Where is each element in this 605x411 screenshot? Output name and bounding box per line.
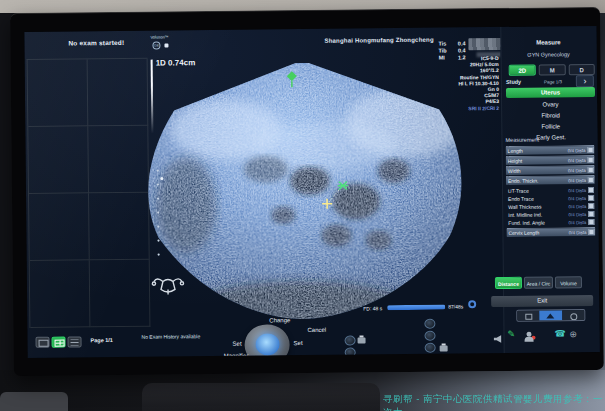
- program-button-3[interactable]: [424, 319, 435, 329]
- photo-of-ultrasound-workstation: No exam started! No Exam History availab…: [0, 0, 605, 411]
- row-label: Endo Trace: [506, 195, 568, 202]
- row-label: Width: [506, 167, 568, 174]
- circle-icon: [570, 313, 577, 320]
- row-checkbox[interactable]: [588, 203, 594, 209]
- segment-left[interactable]: [517, 311, 539, 321]
- row-label: Cervix Length: [506, 229, 568, 236]
- study-page-indicator: Page 1/3: [544, 79, 562, 84]
- study-item-fibroid[interactable]: Fibroid: [506, 110, 595, 121]
- save-disk-icon: [358, 354, 365, 358]
- study-item-ovary[interactable]: Ovary: [506, 99, 595, 110]
- trackball-center: [255, 333, 279, 355]
- row-value: 0/4 Dista: [568, 196, 586, 201]
- hospital-name: Shanghai Hongmufang Zhongcheng: [324, 37, 433, 44]
- row-checkbox[interactable]: [588, 167, 594, 173]
- row-value: 0/4 Dista: [568, 148, 586, 153]
- row-label: Wall Thickness: [506, 203, 568, 210]
- tib-label: Tib: [439, 48, 447, 55]
- trackball-hint-magnifier: Magnifier: [224, 353, 249, 358]
- row-checkbox[interactable]: [588, 219, 594, 225]
- study-item-uterus[interactable]: Uterus: [506, 87, 595, 98]
- row-value: 0/4 Dista: [568, 188, 586, 193]
- study-label: Study: [506, 79, 521, 85]
- cine-frame-counter: 87/48s: [448, 303, 463, 309]
- row-checkbox[interactable]: [588, 195, 594, 201]
- rectangle-icon: [525, 314, 532, 320]
- study-next-page-button[interactable]: ›: [576, 75, 594, 87]
- printer-icon: [358, 337, 366, 343]
- tab-2d[interactable]: 2D: [509, 65, 536, 76]
- program-button-4[interactable]: [424, 331, 435, 341]
- row-label: UT-Trace: [506, 187, 568, 194]
- panel-title: Measure: [502, 39, 594, 46]
- cine-duration-label: FD: 48 s: [363, 305, 382, 311]
- study-item-follicle[interactable]: Follicle: [506, 121, 595, 132]
- row-checkbox[interactable]: [588, 177, 594, 183]
- panel-subtitle: GYN Gynecology: [503, 51, 595, 58]
- sri-cri-setting: SRI II 2/CRI 2: [405, 105, 499, 112]
- trackball-hint-set-right: Set: [294, 340, 303, 346]
- distance-button[interactable]: Distance: [495, 277, 522, 289]
- ge-logo-icon: GE: [152, 42, 160, 50]
- cine-progress-fill: [387, 305, 445, 311]
- tab-m[interactable]: M: [539, 64, 566, 75]
- row-value: 0/4 Dista: [568, 158, 586, 163]
- printer-icon: [440, 346, 448, 352]
- row-checkbox[interactable]: [588, 211, 594, 217]
- distance-measurement-readout: 1D 0.74cm: [156, 58, 196, 67]
- row-label: Int. Midline Ind.: [506, 211, 568, 218]
- measurement-row-length[interactable]: Length0/4 Dista: [506, 145, 595, 155]
- measurement-row-height[interactable]: Height0/4 Dista: [506, 155, 595, 165]
- row-checkbox[interactable]: [588, 147, 594, 153]
- desk-object: [0, 392, 68, 411]
- program-button-1[interactable]: [345, 335, 356, 345]
- row-label: Fund. Ind. Angle: [506, 219, 568, 226]
- measurement-row-endo-thickn[interactable]: Endo. Thickn.0/4 Dista: [506, 175, 595, 185]
- row-checkbox[interactable]: [588, 187, 594, 193]
- segment-right[interactable]: [562, 310, 584, 320]
- row-value: 0/4 Dista: [569, 230, 587, 235]
- row-label: Length: [506, 147, 568, 154]
- notification-badge: [532, 336, 536, 340]
- segment-middle-active[interactable]: [540, 310, 562, 320]
- trackball-hint-cancel: Cancel: [307, 327, 326, 333]
- measurement-section-header: Measurement: [505, 137, 539, 143]
- chevron-right-icon: ›: [583, 76, 586, 86]
- tab-d[interactable]: D: [569, 64, 595, 75]
- gear-icon[interactable]: [468, 300, 476, 308]
- area-circ-button[interactable]: Area / Circ: [524, 276, 553, 288]
- program-button-5[interactable]: [425, 343, 436, 353]
- stylus-icon[interactable]: ✎: [507, 329, 515, 339]
- triangle-icon: [547, 313, 555, 318]
- patient-icon[interactable]: [524, 332, 533, 343]
- keyboard-silhouette: [142, 383, 380, 411]
- ultrasound-screen: No exam started! No Exam History availab…: [24, 26, 599, 358]
- measurement-row-width[interactable]: Width0/4 Dista: [506, 165, 595, 175]
- cine-progress-bar[interactable]: [387, 305, 445, 311]
- row-checkbox[interactable]: [588, 229, 594, 235]
- watermark-text: 寻刷帮 - 南宁中心医院供精试管婴儿费用参考：一次大: [383, 393, 605, 411]
- row-value: 0/4 Dista: [568, 212, 586, 217]
- trackball-hint-set-left: Set: [233, 341, 242, 347]
- trackball-hint-change: Change: [269, 317, 290, 323]
- censored-patient-info: [468, 38, 502, 50]
- row-value: 0/4 Dista: [569, 220, 587, 225]
- image-parameters: IC5-9-D 20Hz/ 5.0cm 160°/1.2 Routine TH/…: [405, 55, 500, 112]
- phone-icon[interactable]: ☎: [554, 328, 565, 338]
- measurement-row-cervix-length[interactable]: Cervix Length0/4 Dista: [506, 227, 595, 237]
- volume-button[interactable]: Volume: [555, 276, 582, 288]
- row-label: Height: [506, 157, 568, 164]
- row-label: Endo. Thickn.: [506, 177, 568, 184]
- brand-square-icon: [164, 43, 168, 47]
- program-button-2[interactable]: [345, 347, 356, 357]
- network-globe-icon[interactable]: ⊕: [569, 329, 577, 339]
- row-value: 0/4 Dista: [568, 168, 586, 173]
- row-value: 0/4 Dista: [568, 204, 586, 209]
- exit-button[interactable]: Exit: [491, 295, 593, 307]
- uterus-body-marker-icon: [152, 279, 183, 295]
- row-value: 0/4 Dista: [568, 178, 586, 183]
- measurement-row-fund-ind-angle[interactable]: Fund. Ind. Angle0/4 Dista: [506, 218, 595, 227]
- voluson-logo: Voluson™: [150, 34, 168, 39]
- row-checkbox[interactable]: [588, 157, 594, 163]
- display-mode-segmented-control: [516, 309, 585, 322]
